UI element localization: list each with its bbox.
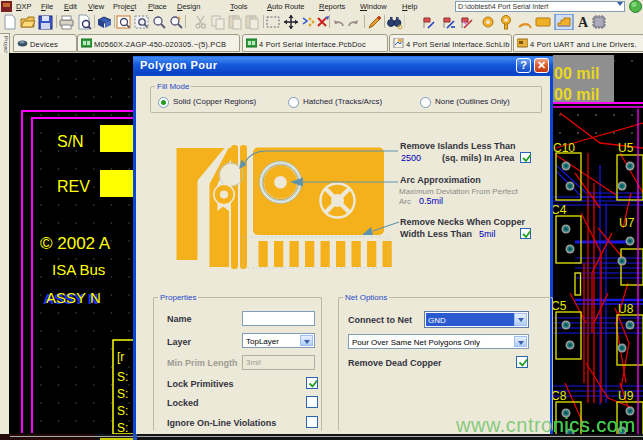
svg-text:U5: U5 [618, 141, 634, 155]
svg-text:S:: S: [117, 370, 128, 384]
svg-text:ASSY N: ASSY N [46, 289, 101, 306]
svg-text:S:: S: [117, 404, 128, 418]
svg-text:© 2002 A: © 2002 A [40, 234, 111, 253]
svg-text:REV: REV [57, 178, 90, 195]
svg-text:S:: S: [117, 387, 128, 401]
svg-text:00 mil: 00 mil [554, 65, 599, 82]
svg-text:00 mil: 00 mil [554, 86, 599, 103]
svg-text:A: A [578, 15, 589, 30]
svg-text:U8: U8 [618, 302, 634, 316]
svg-text:S/N: S/N [57, 133, 84, 150]
svg-text:C5: C5 [551, 299, 567, 313]
svg-text:S:: S: [117, 421, 128, 435]
svg-text:[r: [r [117, 350, 124, 364]
svg-text:ISA Bus: ISA Bus [52, 261, 105, 278]
svg-text:C4: C4 [551, 203, 567, 217]
svg-text:C10: C10 [553, 141, 575, 155]
svg-text:U9: U9 [618, 389, 634, 403]
svg-text:C8: C8 [551, 389, 567, 403]
svg-text:U7: U7 [619, 216, 635, 230]
